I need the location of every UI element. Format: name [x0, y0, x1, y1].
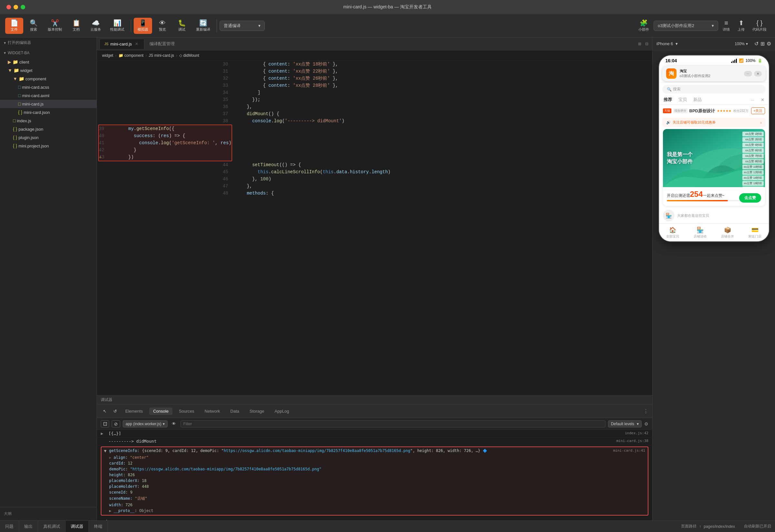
tab-data[interactable]: Data: [227, 407, 243, 415]
bottom-tab-terminal[interactable]: 终端: [89, 521, 108, 532]
project-header[interactable]: ▾ WIDGET-BA: [0, 48, 96, 58]
cursor-btn[interactable]: ↖: [101, 407, 108, 415]
expand-arrow-1[interactable]: ▶: [101, 431, 106, 436]
retranslate-btn[interactable]: 🔄 重新编译: [192, 18, 214, 34]
settings-preview-btn[interactable]: ⚙: [767, 41, 771, 47]
device-selector[interactable]: iPhone 6 ▾: [657, 41, 731, 46]
vote-8: xx点赞 12秒前: [742, 170, 764, 175]
breadcrumb-widget[interactable]: widget: [102, 53, 113, 58]
tab-compile-config[interactable]: 编译配置管理: [145, 39, 179, 49]
tab-close-search[interactable]: ✕: [761, 97, 764, 104]
tab-elements[interactable]: Elements: [121, 407, 146, 415]
obj-row-cardId: cardId: 12: [109, 460, 645, 466]
file-btn[interactable]: 📄 文件: [5, 18, 23, 34]
code-line-48: 48 methods: {: [97, 190, 652, 197]
sidebar-item-mini-project-json[interactable]: { } mini.project.json: [0, 142, 96, 150]
follow-shop-btn[interactable]: +关注: [751, 107, 765, 114]
detail-btn[interactable]: ≡ 详情: [720, 18, 733, 34]
context-selector[interactable]: app (index.worker.js) ▾: [123, 420, 167, 427]
grid-view-btn[interactable]: ⊞: [760, 41, 765, 47]
obj-summary: {sceneId: 9, cardId: 12, demoPic: "https…: [142, 448, 611, 453]
console-prompt[interactable]: › |: [97, 517, 652, 520]
levels-selector[interactable]: Default levels ▾: [608, 420, 642, 427]
translate-dropdown[interactable]: 普通编译 ▾: [220, 21, 265, 31]
bottom-tab-output[interactable]: 输出: [19, 521, 38, 532]
cloud-btn[interactable]: ☁️ 云服务: [86, 18, 105, 34]
sidebar-item-json[interactable]: { } mini-card.json: [0, 108, 96, 116]
simulator-btn[interactable]: 📱 模拟器: [134, 18, 152, 34]
refresh-btn[interactable]: ↺: [111, 407, 119, 415]
console-settings-btn[interactable]: ⚙: [644, 421, 649, 427]
expand-arrow-3[interactable]: ▼: [104, 448, 106, 453]
preview-btn[interactable]: 👁 预览: [153, 18, 171, 34]
sidebar-item-axml[interactable]: □ mini-card.axml: [0, 91, 96, 100]
perf-btn[interactable]: 📊 性能调试: [106, 18, 128, 34]
bottom-tab-debugger[interactable]: 调试器: [65, 521, 89, 532]
code-snippet-btn[interactable]: { } 代码片段: [749, 18, 770, 34]
bottom-tab-issues[interactable]: 问题: [0, 521, 19, 532]
console-log-2: ---------> didMount mini-card.js:38: [97, 437, 652, 445]
coupon-bar[interactable]: 🔊 关注店铺可领取10元优惠券 ›: [662, 118, 766, 127]
tab-recommend[interactable]: 推荐: [664, 97, 672, 105]
console-filter-input[interactable]: [180, 420, 606, 427]
nav-merge-icon: 📦: [724, 226, 731, 234]
refresh-preview-btn[interactable]: ↺: [754, 41, 759, 47]
nav-shop-merge[interactable]: 📦 店铺合并: [721, 226, 734, 239]
vote-cta-button[interactable]: 去点赞: [739, 193, 761, 203]
tab-console[interactable]: Console: [149, 407, 172, 415]
sidebar-item-widget[interactable]: ▼ 📁 widget: [0, 66, 96, 75]
notif-close-btn[interactable]: ✕: [754, 71, 762, 76]
clear-btn[interactable]: ⊘: [112, 420, 120, 427]
tab-baobei[interactable]: 宝贝: [679, 97, 687, 105]
phone-statusbar: 16:04 📶 100% 🔋: [659, 55, 769, 65]
docs-btn[interactable]: 📋 文档: [67, 18, 85, 34]
tab-sources[interactable]: Sources: [175, 407, 198, 415]
vote-2: xx点赞 2秒前: [742, 137, 764, 142]
nav-all-items[interactable]: 🏠 全部宝贝: [666, 226, 679, 239]
tab-applog[interactable]: AppLog: [271, 407, 293, 415]
tab-close-btn[interactable]: ✕: [134, 41, 139, 47]
tab-storage[interactable]: Storage: [246, 407, 268, 415]
collapse-panel-btn[interactable]: ⊟: [644, 41, 650, 47]
breadcrumb-component[interactable]: 📁 component: [118, 53, 144, 58]
nav-nearby[interactable]: 💳 附近门店: [749, 226, 761, 239]
open-editors-header[interactable]: ▾ 打开的编辑器: [0, 37, 96, 48]
search-btn[interactable]: 🔍 搜索: [25, 18, 43, 34]
tab-new[interactable]: 新品: [693, 97, 702, 105]
obj-row-sceneId: sceneId: 9: [109, 489, 645, 495]
sidebar-item-plugin-json[interactable]: { } plugin.json: [0, 133, 96, 142]
upload-btn[interactable]: ⬆ 上传: [734, 18, 748, 34]
code-editor[interactable]: 30 { content: 'xx点赞 18秒前' }, 31 { conten…: [97, 61, 652, 395]
split-editor-btn[interactable]: ⊞: [637, 41, 643, 47]
minimize-button[interactable]: [14, 5, 18, 9]
phone-search-input[interactable]: 🔍 搜索: [662, 85, 766, 94]
eye-btn[interactable]: 👁: [170, 420, 178, 428]
sidebar-item-package-json[interactable]: { } package.json: [0, 125, 96, 133]
debug-btn[interactable]: 🐛 调试: [173, 18, 191, 34]
block-icon-btn[interactable]: ⊡: [101, 420, 109, 427]
zoom-selector[interactable]: 100% ▾: [735, 42, 748, 46]
js-tab-icon: JS: [104, 42, 108, 46]
tab-mini-card-js[interactable]: JS mini-card.js ✕: [99, 39, 144, 49]
vcs-btn[interactable]: ✂️ 版本控制: [44, 18, 66, 34]
console-more-btn[interactable]: ⋮: [643, 408, 649, 414]
component-selector[interactable]: o3测试小部件应用2 ▾: [654, 21, 718, 31]
notif-dismiss-btn[interactable]: ···: [744, 71, 752, 76]
proto-arrow[interactable]: ▶: [109, 509, 111, 513]
breadcrumb-file[interactable]: JS mini-card.js: [148, 53, 174, 58]
sidebar-item-component[interactable]: ▼ 📁 component: [0, 75, 96, 83]
breadcrumb-function[interactable]: ◇ didMount: [179, 53, 199, 58]
component-btn[interactable]: 🧩 小部件: [635, 18, 652, 34]
console-body[interactable]: ▶ [{…}] index.js:42 ---------> didMount …: [97, 430, 652, 520]
vcs-icon: ✂️: [51, 20, 59, 26]
tab-more[interactable]: ···: [751, 97, 754, 104]
sidebar-item-client[interactable]: ▶ 📁 client: [0, 58, 96, 66]
sidebar-item-js[interactable]: □ mini-card.js: [0, 100, 96, 108]
sidebar-item-index-js[interactable]: □ index.js: [0, 116, 96, 125]
tab-network[interactable]: Network: [201, 407, 224, 415]
close-button[interactable]: [6, 5, 11, 9]
sidebar-item-acss[interactable]: □ mini-card.acss: [0, 83, 96, 91]
bottom-tab-real-device[interactable]: 真机调试: [38, 521, 65, 532]
nav-shop-activity[interactable]: 🏪 店铺活动: [694, 226, 707, 239]
maximize-button[interactable]: [21, 5, 25, 9]
